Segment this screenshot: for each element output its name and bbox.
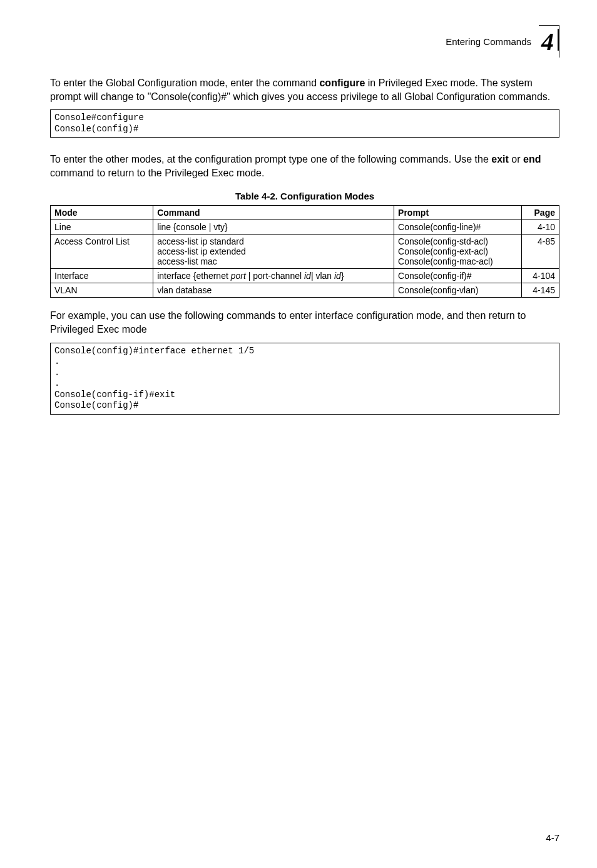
cell-command: access-list ip standard access-list ip e… [153, 235, 394, 269]
cell-mode: Access Control List [51, 235, 153, 269]
cell-prompt: Console(config-std-acl) Console(config-e… [394, 235, 522, 269]
cell-prompt: Console(config-if)# [394, 269, 522, 283]
prompt-line: Console(config-ext-acl) [398, 246, 518, 256]
chapter-number: 4 [541, 28, 554, 56]
chapter-badge: 4 [539, 25, 559, 58]
end-keyword: end [523, 154, 541, 164]
table-header-row: Mode Command Prompt Page [51, 206, 559, 220]
table-caption: Table 4-2. Configuration Modes [50, 191, 559, 201]
code-block-interface: Console(config)#interface ethernet 1/5 .… [50, 343, 559, 415]
header-section-title: Entering Commands [446, 36, 531, 47]
col-prompt: Prompt [394, 206, 522, 220]
col-mode: Mode [51, 206, 153, 220]
param-id: id [304, 271, 311, 281]
cell-prompt: Console(config-vlan) [394, 283, 522, 298]
example-paragraph: For example, you can use the following c… [50, 309, 559, 336]
text: } [341, 271, 344, 281]
text: | port-channel [246, 271, 304, 281]
cmd-line: access-list mac [157, 256, 390, 266]
cell-command: line {console | vty} [153, 220, 394, 235]
cell-page: 4-10 [521, 220, 559, 235]
cell-prompt: Console(config-line)# [394, 220, 522, 235]
text: interface {ethernet [157, 271, 231, 281]
param-id: id [334, 271, 341, 281]
cell-command: interface {ethernet port | port-channel … [153, 269, 394, 283]
code-block-configure: Console#configure Console(config)# [50, 109, 559, 138]
intro-paragraph-2: To enter the other modes, at the configu… [50, 153, 559, 179]
exit-keyword: exit [491, 154, 509, 164]
table-row: Access Control List access-list ip stand… [51, 235, 559, 269]
text: | vlan [311, 271, 334, 281]
cell-mode: Line [51, 220, 153, 235]
cell-command: vlan database [153, 283, 394, 298]
cell-page: 4-145 [521, 283, 559, 298]
text: To enter the other modes, at the configu… [50, 154, 491, 164]
col-command: Command [153, 206, 394, 220]
cell-page: 4-85 [521, 235, 559, 269]
table-row: Line line {console | vty} Console(config… [51, 220, 559, 235]
page-header: Entering Commands 4 [50, 25, 559, 58]
cmd-line: access-list ip standard [157, 236, 390, 246]
prompt-line: Console(config-std-acl) [398, 236, 518, 246]
table-row: VLAN vlan database Console(config-vlan) … [51, 283, 559, 298]
text: command to return to the Privileged Exec… [50, 168, 264, 178]
cell-mode: VLAN [51, 283, 153, 298]
configuration-modes-table: Mode Command Prompt Page Line line {cons… [50, 205, 559, 298]
text: or [509, 154, 523, 164]
table-row: Interface interface {ethernet port | por… [51, 269, 559, 283]
prompt-line: Console(config-mac-acl) [398, 256, 518, 266]
intro-paragraph-1: To enter the Global Configuration mode, … [50, 76, 559, 103]
param-port: port [231, 271, 246, 281]
text: To enter the Global Configuration mode, … [50, 78, 319, 88]
cell-page: 4-104 [521, 269, 559, 283]
col-page: Page [521, 206, 559, 220]
page-number: 4-7 [546, 832, 559, 843]
configure-keyword: configure [319, 78, 365, 88]
cmd-line: access-list ip extended [157, 246, 390, 256]
cell-mode: Interface [51, 269, 153, 283]
